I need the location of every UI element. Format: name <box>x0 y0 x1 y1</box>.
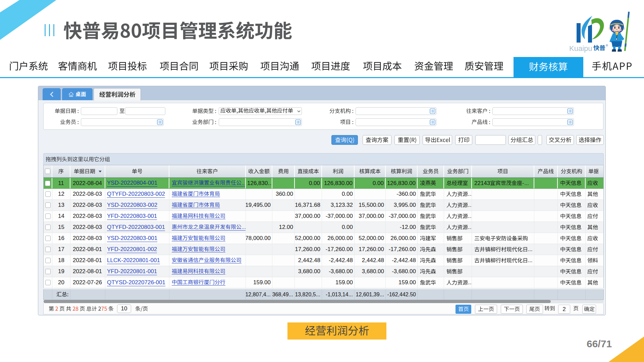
svg-text:Kuaipu: Kuaipu <box>569 44 592 53</box>
